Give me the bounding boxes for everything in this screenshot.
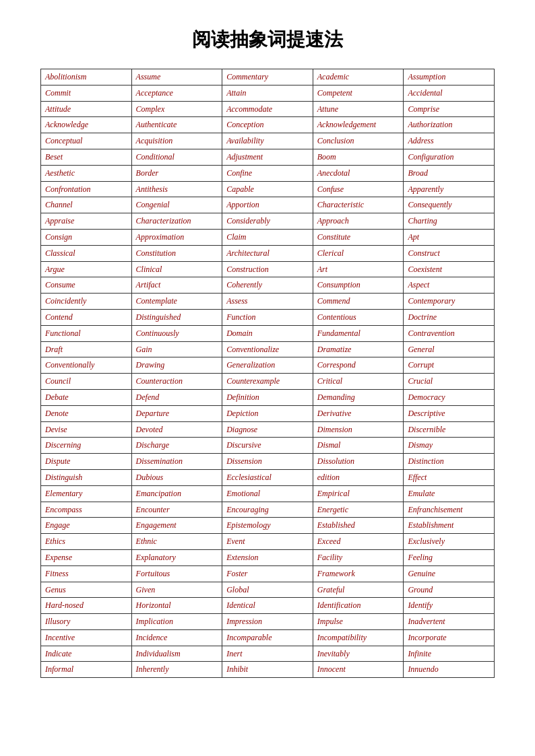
table-cell: Genus <box>41 582 132 598</box>
table-cell: Illusory <box>41 614 132 630</box>
table-row: IllusoryImplicationImpressionImpulseInad… <box>41 614 495 630</box>
table-cell: Devoted <box>131 421 222 438</box>
table-cell: Facility <box>313 549 404 565</box>
table-cell: Configuration <box>404 149 495 165</box>
table-cell: Art <box>313 261 404 277</box>
table-cell: Conclusion <box>313 133 404 149</box>
table-cell: Consequently <box>404 197 495 213</box>
table-cell: Incomparable <box>222 629 313 646</box>
table-cell: Clinical <box>131 261 222 277</box>
table-cell: Established <box>313 518 404 534</box>
table-cell: Diagnose <box>222 421 313 438</box>
table-row: ElementaryEmancipationEmotionalEmpirical… <box>41 485 495 502</box>
table-cell: Apt <box>404 229 495 245</box>
table-cell: Acquisition <box>131 133 222 149</box>
table-row: AcknowledgeAuthenticateConceptionAcknowl… <box>41 117 495 133</box>
table-cell: Characterization <box>131 213 222 230</box>
table-row: EthicsEthnicEventExceedExclusively <box>41 534 495 550</box>
table-cell: Effect <box>404 469 495 485</box>
table-cell: Engage <box>41 518 132 534</box>
table-cell: Inherently <box>131 662 222 678</box>
table-cell: Inert <box>222 646 313 662</box>
table-cell: Clerical <box>313 245 404 261</box>
table-cell: Dissolution <box>313 454 404 470</box>
table-row: ExpenseExplanatoryExtensionFacilityFeeli… <box>41 549 495 565</box>
table-cell: Gain <box>131 341 222 357</box>
table-cell: Correspond <box>313 357 404 374</box>
table-cell: Discharge <box>131 438 222 454</box>
table-cell: Impulse <box>313 614 404 630</box>
table-cell: Crucial <box>404 374 495 390</box>
table-cell: Contentious <box>313 309 404 325</box>
table-row: AppraiseCharacterizationConsiderablyAppr… <box>41 213 495 230</box>
table-cell: Dubious <box>131 469 222 485</box>
table-row: IndicateIndividualismInertInevitablyInfi… <box>41 646 495 662</box>
table-cell: Distinguish <box>41 469 132 485</box>
table-cell: Energetic <box>313 502 404 518</box>
table-cell: Capable <box>222 181 313 197</box>
table-cell: Individualism <box>131 646 222 662</box>
table-cell: Inhibit <box>222 662 313 678</box>
table-cell: Emancipation <box>131 485 222 502</box>
table-cell: Hard-nosed <box>41 598 132 614</box>
table-cell: Contend <box>41 309 132 325</box>
table-row: AestheticBorderConfineAnecdotalBroad <box>41 165 495 181</box>
table-cell: Exclusively <box>404 534 495 550</box>
table-cell: Domain <box>222 325 313 341</box>
table-cell: Extension <box>222 549 313 565</box>
table-cell: Apportion <box>222 197 313 213</box>
table-cell: edition <box>313 469 404 485</box>
table-cell: Generalization <box>222 357 313 374</box>
table-cell: Genuine <box>404 565 495 582</box>
table-cell: Dimension <box>313 421 404 438</box>
page-title: 阅读抽象词提速法 <box>40 27 495 53</box>
table-cell: Constitution <box>131 245 222 261</box>
table-cell: Corrupt <box>404 357 495 374</box>
table-row: CommitAcceptanceAttainCompetentAccidenta… <box>41 85 495 101</box>
table-cell: Competent <box>313 85 404 101</box>
table-cell: Conceptual <box>41 133 132 149</box>
table-cell: Authorization <box>404 117 495 133</box>
table-cell: Incentive <box>41 629 132 646</box>
table-cell: Impression <box>222 614 313 630</box>
table-cell: Dissemination <box>131 454 222 470</box>
table-cell: Encounter <box>131 502 222 518</box>
table-cell: Functional <box>41 325 132 341</box>
table-cell: Empirical <box>313 485 404 502</box>
table-cell: Innuendo <box>404 662 495 678</box>
table-cell: Coincidently <box>41 294 132 310</box>
table-cell: Contemplate <box>131 294 222 310</box>
table-cell: Demanding <box>313 389 404 405</box>
table-cell: Artifact <box>131 277 222 294</box>
table-cell: Approach <box>313 213 404 230</box>
table-cell: Depiction <box>222 405 313 421</box>
table-cell: Conditional <box>131 149 222 165</box>
table-cell: Distinction <box>404 454 495 470</box>
table-cell: Aesthetic <box>41 165 132 181</box>
table-cell: Claim <box>222 229 313 245</box>
table-cell: Democracy <box>404 389 495 405</box>
table-row: ClassicalConstitutionArchitecturalCleric… <box>41 245 495 261</box>
table-cell: Confrontation <box>41 181 132 197</box>
table-cell: Complex <box>131 101 222 117</box>
table-cell: Aspect <box>404 277 495 294</box>
table-cell: Construct <box>404 245 495 261</box>
table-cell: Discerning <box>41 438 132 454</box>
table-cell: Confuse <box>313 181 404 197</box>
table-cell: Appraise <box>41 213 132 230</box>
table-cell: Informal <box>41 662 132 678</box>
table-cell: Implication <box>131 614 222 630</box>
table-cell: Confine <box>222 165 313 181</box>
table-cell: Explanatory <box>131 549 222 565</box>
table-cell: Assumption <box>404 69 495 85</box>
table-cell: Abolitionism <box>41 69 132 85</box>
table-cell: Attitude <box>41 101 132 117</box>
table-cell: Denote <box>41 405 132 421</box>
table-row: IncentiveIncidenceIncomparableIncompatib… <box>41 629 495 646</box>
table-cell: Contravention <box>404 325 495 341</box>
table-cell: Ethnic <box>131 534 222 550</box>
table-cell: Defend <box>131 389 222 405</box>
table-cell: Grateful <box>313 582 404 598</box>
table-cell: Acknowledgement <box>313 117 404 133</box>
table-cell: Accidental <box>404 85 495 101</box>
